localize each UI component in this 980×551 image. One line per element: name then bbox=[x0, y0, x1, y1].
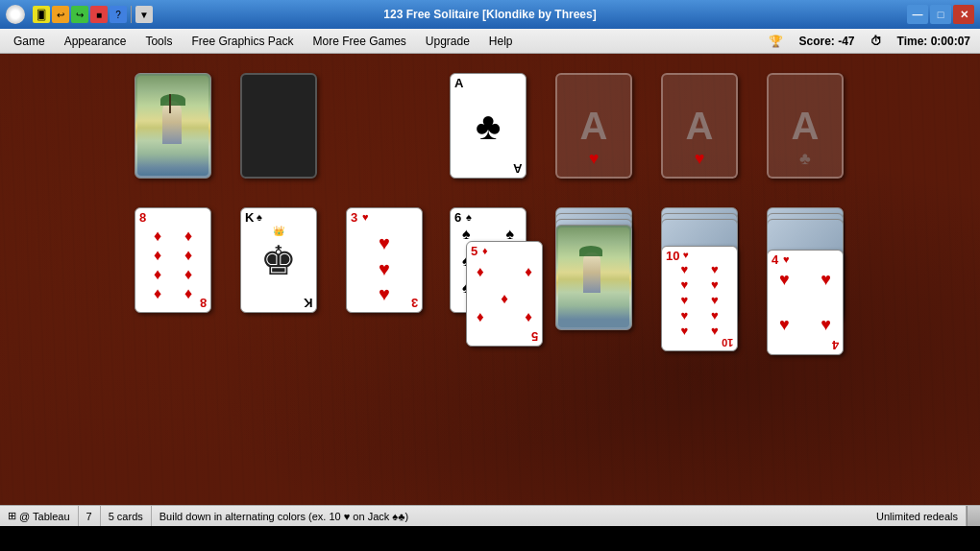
window-controls: — □ ✕ bbox=[907, 5, 974, 24]
titlebar-left: 🂠 ↩ ↪ ■ ? ▼ bbox=[6, 5, 153, 24]
status-cards: 5 cards bbox=[101, 506, 152, 526]
time-icon: ⏱ bbox=[870, 35, 882, 48]
foundation1-rank: A bbox=[454, 77, 463, 89]
score-value: Score: -47 bbox=[798, 35, 854, 48]
stock-pile[interactable] bbox=[135, 73, 211, 179]
foundation4-suit: ♣ bbox=[799, 149, 811, 169]
foundation3-suit: ♥ bbox=[695, 149, 705, 169]
status-tableau: ⊞ @ Tableau bbox=[0, 506, 79, 526]
status-tableau-label: @ Tableau bbox=[19, 511, 70, 522]
close-button[interactable]: ✕ bbox=[953, 5, 974, 24]
maximize-button[interactable]: □ bbox=[930, 5, 951, 24]
foundation-3[interactable]: A ♥ bbox=[661, 73, 738, 179]
foundation1-suit: ♣ bbox=[476, 107, 501, 145]
minimize-button[interactable]: — bbox=[907, 5, 928, 24]
undo-icon[interactable]: ↩ bbox=[52, 6, 69, 23]
tableau-col2-card1[interactable]: K ♠ K ♚ 👑 bbox=[240, 207, 317, 313]
foundation1-rank-br: A bbox=[513, 162, 522, 175]
tableau-col5-top[interactable] bbox=[555, 225, 632, 330]
menubar-scores: 🏆 Score: -47 ⏱ Time: 0:00:07 bbox=[769, 35, 976, 48]
time-value: Time: 0:00:07 bbox=[897, 35, 970, 48]
titlebar: 🂠 ↩ ↪ ■ ? ▼ 123 Free Solitaire [Klondike… bbox=[0, 0, 980, 29]
score-icon: 🏆 bbox=[769, 35, 783, 48]
tableau-col3-card1[interactable]: 3 ♥ 3 ♥ ♥ ♥ bbox=[346, 207, 423, 313]
new-game-icon[interactable]: 🂠 bbox=[33, 6, 50, 23]
status-tableau-icon: ⊞ bbox=[8, 510, 16, 522]
separator bbox=[131, 6, 132, 23]
status-count-value: 7 bbox=[86, 511, 92, 522]
tableau-col1-card1[interactable]: 8 8 ♦ ♦ ♦ ♦ ♦ ♦ ♦ ♦ bbox=[135, 207, 211, 313]
status-unlimited-label: Unlimited redeals bbox=[876, 511, 958, 522]
hint-icon[interactable]: ? bbox=[110, 6, 127, 23]
menu-more-games[interactable]: More Free Games bbox=[303, 32, 415, 51]
statusbar: ⊞ @ Tableau 7 5 cards Build down in alte… bbox=[0, 505, 980, 526]
status-unlimited: Unlimited redeals bbox=[869, 506, 967, 526]
game-area[interactable]: A A ♣ A ♥ A ♥ A ♣ 8 8 ♦ ♦ ♦ ♦ ♦ ♦ ♦ ♦ K bbox=[0, 54, 980, 505]
menu-upgrade[interactable]: Upgrade bbox=[416, 32, 479, 51]
window-title: 123 Free Solitaire [Klondike by Threes] bbox=[383, 8, 596, 21]
menubar: Game Appearance Tools Free Graphics Pack… bbox=[0, 29, 980, 54]
status-count: 7 bbox=[79, 506, 101, 526]
waste-pile[interactable] bbox=[240, 73, 317, 179]
menu-free-graphics[interactable]: Free Graphics Pack bbox=[182, 32, 303, 51]
menu-game[interactable]: Game bbox=[4, 32, 55, 51]
app-icon bbox=[6, 5, 25, 24]
menu-tools[interactable]: Tools bbox=[135, 32, 182, 51]
foundation-1[interactable]: A A ♣ bbox=[450, 73, 527, 179]
foundation-2[interactable]: A ♥ bbox=[555, 73, 632, 179]
extra-icon[interactable]: ▼ bbox=[135, 6, 153, 23]
foundation2-ace: A bbox=[580, 105, 608, 148]
foundation4-ace: A bbox=[792, 105, 820, 148]
foundation2-suit: ♥ bbox=[589, 149, 600, 169]
tableau-col4-card2[interactable]: 5 ♦ 5 ♦ ♦ ♦ ♦ ♦ bbox=[466, 241, 543, 347]
status-hint: Build down in alternating colors (ex. 10… bbox=[152, 506, 869, 526]
stop-icon[interactable]: ■ bbox=[90, 6, 108, 23]
menu-appearance[interactable]: Appearance bbox=[55, 32, 136, 51]
status-hint-text: Build down in alternating colors (ex. 10… bbox=[159, 511, 408, 522]
menu-help[interactable]: Help bbox=[479, 32, 523, 51]
foundation-4[interactable]: A ♣ bbox=[767, 73, 844, 179]
status-cards-label: 5 cards bbox=[109, 511, 143, 522]
foundation3-ace: A bbox=[686, 105, 714, 148]
tableau-col6-top[interactable]: 10 ♥ 10 ♥ ♥ ♥ ♥ ♥ ♥ ♥ ♥ ♥ ♥ bbox=[661, 246, 738, 351]
tableau-col7-top[interactable]: 4 ♥ 4 ♥ ♥ ♥ ♥ bbox=[767, 250, 844, 355]
redo-icon[interactable]: ↪ bbox=[71, 6, 88, 23]
statusbar-resize-handle[interactable] bbox=[967, 506, 980, 526]
